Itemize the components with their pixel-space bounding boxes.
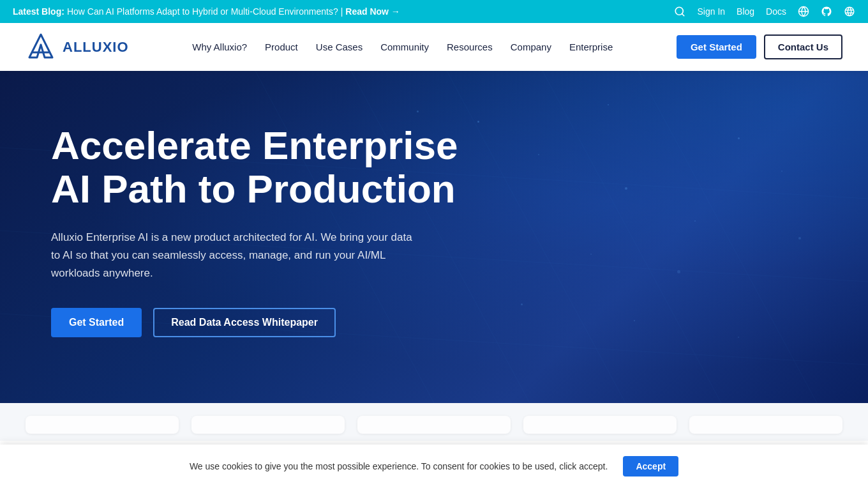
nav-use-cases[interactable]: Use Cases	[316, 42, 363, 52]
card-strip-item	[689, 416, 842, 434]
navbar: ALLUXIO Why Alluxio? Product Use Cases C…	[0, 23, 868, 71]
card-strip-item	[26, 416, 179, 434]
nav-enterprise[interactable]: Enterprise	[569, 42, 613, 52]
hero-title-line2: AI Path to Production	[51, 167, 456, 211]
nav-cta-group: Get Started Contact Us	[677, 34, 842, 59]
logo-text: ALLUXIO	[63, 39, 129, 56]
svg-line-1	[682, 13, 684, 15]
card-strip-item	[357, 416, 511, 434]
hero-whitepaper-button[interactable]: Read Data Access Whitepaper	[153, 308, 336, 337]
top-icons: Sign In Blog Docs	[674, 6, 855, 17]
read-now-link[interactable]: Read Now →	[345, 6, 400, 17]
hero-get-started-button[interactable]: Get Started	[51, 308, 142, 337]
nav-get-started-button[interactable]: Get Started	[677, 35, 756, 59]
logo-link[interactable]: ALLUXIO	[26, 32, 129, 63]
hero-section: Accelerate Enterprise AI Path to Product…	[0, 71, 868, 403]
card-strip-item	[191, 416, 345, 434]
card-strip-item	[523, 416, 677, 434]
nav-why-alluxio[interactable]: Why Alluxio?	[192, 42, 247, 52]
hero-title: Accelerate Enterprise AI Path to Product…	[51, 124, 458, 211]
search-icon[interactable]	[674, 6, 685, 17]
hero-title-line1: Accelerate Enterprise	[51, 123, 458, 167]
nav-contact-us-button[interactable]: Contact Us	[764, 34, 842, 59]
nav-resources[interactable]: Resources	[447, 42, 493, 52]
announcement-left: Latest Blog: How Can AI Platforms Adapt …	[13, 6, 400, 17]
globe-icon[interactable]	[798, 6, 809, 17]
nav-product[interactable]: Product	[265, 42, 298, 52]
hero-subtitle: Alluxio Enterprise AI is a new product a…	[51, 229, 421, 282]
announcement-message: How Can AI Platforms Adapt to Hybrid or …	[67, 6, 343, 17]
nav-links: Why Alluxio? Product Use Cases Community…	[192, 42, 613, 52]
hero-buttons: Get Started Read Data Access Whitepaper	[51, 308, 458, 337]
docs-link[interactable]: Docs	[766, 6, 786, 17]
hero-content: Accelerate Enterprise AI Path to Product…	[51, 124, 458, 338]
cookie-banner: We use cookies to give you the most poss…	[0, 445, 868, 446]
nav-company[interactable]: Company	[511, 42, 551, 52]
language-icon[interactable]	[844, 6, 855, 17]
blog-link[interactable]: Blog	[737, 6, 754, 17]
card-strip	[0, 403, 868, 446]
sign-in-link[interactable]: Sign In	[697, 6, 725, 17]
announcement-bar: Latest Blog: How Can AI Platforms Adapt …	[0, 0, 868, 23]
announcement-label: Latest Blog:	[13, 6, 64, 17]
svg-marker-4	[29, 34, 52, 57]
github-icon[interactable]	[821, 6, 832, 17]
logo-icon	[26, 32, 56, 63]
nav-community[interactable]: Community	[380, 42, 429, 52]
